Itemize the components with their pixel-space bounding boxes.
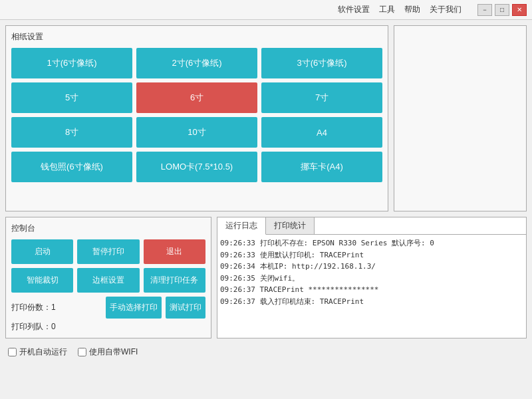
- log-line: 09:26:35 关闭wifi。: [220, 273, 523, 285]
- autostart-checkbox-label[interactable]: 开机自动运行: [8, 346, 67, 358]
- console-grid-row2: 智能裁切边框设置清理打印任务: [11, 268, 205, 293]
- maximize-button[interactable]: □: [495, 4, 509, 16]
- wifi-checkbox[interactable]: [78, 348, 86, 356]
- print-count-row: 打印份数：1 手动选择打印测试打印: [11, 297, 205, 319]
- paper-settings-title: 相纸设置: [11, 31, 382, 43]
- console-btn-row3-0[interactable]: 手动选择打印: [106, 297, 162, 319]
- log-line: 09:26:37 载入打印机结束: TRACEPrint: [220, 296, 523, 308]
- console-btn-row1-0[interactable]: 启动: [11, 239, 73, 264]
- paper-btn-1[interactable]: 2寸(6寸像纸): [136, 48, 257, 78]
- autostart-checkbox[interactable]: [8, 348, 17, 356]
- log-panel: 运行日志打印统计 09:26:33 打印机不存在: EPSON R330 Ser…: [217, 217, 527, 338]
- console-btn-row2-0[interactable]: 智能裁切: [11, 268, 73, 293]
- paper-btn-10[interactable]: LOMO卡(7.5*10.5): [136, 152, 257, 182]
- footer: 开机自动运行 使用自带WIFI: [0, 344, 532, 360]
- paper-grid: 1寸(6寸像纸)2寸(6寸像纸)3寸(6寸像纸)5寸6寸7寸8寸10寸A4钱包照…: [11, 48, 382, 182]
- paper-btn-2[interactable]: 3寸(6寸像纸): [261, 48, 382, 78]
- minimize-button[interactable]: －: [477, 4, 492, 16]
- log-tab-0[interactable]: 运行日志: [217, 217, 266, 235]
- console-btn-row1-2[interactable]: 退出: [144, 239, 205, 264]
- log-line: 09:26:33 使用默认打印机: TRACEPrint: [220, 249, 523, 261]
- paper-btn-7[interactable]: 10寸: [136, 117, 257, 148]
- paper-btn-11[interactable]: 挪车卡(A4): [261, 152, 382, 182]
- bottom-row: 控制台 启动暂停打印退出 智能裁切边框设置清理打印任务 打印份数：1 手动选择打…: [5, 217, 527, 338]
- log-line: 09:26:33 打印机不存在: EPSON R330 Series 默认序号:…: [220, 237, 523, 249]
- console-panel: 控制台 启动暂停打印退出 智能裁切边框设置清理打印任务 打印份数：1 手动选择打…: [5, 217, 211, 338]
- paper-btn-8[interactable]: A4: [261, 117, 382, 148]
- top-row: 相纸设置 1寸(6寸像纸)2寸(6寸像纸)3寸(6寸像纸)5寸6寸7寸8寸10寸…: [5, 25, 527, 211]
- right-preview-panel: [394, 25, 527, 211]
- log-line: 09:26:34 本机IP: http://192.168.1.3/: [220, 261, 523, 273]
- console-btn-row2-1[interactable]: 边框设置: [77, 268, 139, 293]
- print-queue-label: 打印列队：0: [11, 321, 205, 332]
- console-btn-row2-2[interactable]: 清理打印任务: [144, 268, 205, 293]
- menu-help[interactable]: 帮助: [404, 4, 420, 15]
- console-grid-row1: 启动暂停打印退出: [11, 239, 205, 264]
- paper-btn-3[interactable]: 5寸: [11, 82, 132, 113]
- close-button[interactable]: ✕: [512, 4, 527, 16]
- main-content: 相纸设置 1寸(6寸像纸)2寸(6寸像纸)3寸(6寸像纸)5寸6寸7寸8寸10寸…: [0, 20, 532, 344]
- log-tabs: 运行日志打印统计: [217, 217, 526, 235]
- paper-settings-panel: 相纸设置 1寸(6寸像纸)2寸(6寸像纸)3寸(6寸像纸)5寸6寸7寸8寸10寸…: [5, 25, 388, 211]
- wifi-label: 使用自带WIFI: [89, 346, 138, 358]
- wifi-checkbox-label[interactable]: 使用自带WIFI: [78, 346, 138, 358]
- menu-bar: 软件设置 工具 帮助 关于我们: [5, 4, 462, 15]
- menu-about[interactable]: 关于我们: [430, 4, 462, 15]
- log-tab-1[interactable]: 打印统计: [266, 217, 315, 234]
- console-btn-row1-1[interactable]: 暂停打印: [77, 239, 139, 264]
- paper-btn-5[interactable]: 7寸: [261, 82, 382, 113]
- console-btn-row3-1[interactable]: 测试打印: [166, 297, 205, 319]
- log-line: 09:26:37 TRACEPrint ****************: [220, 284, 523, 296]
- title-bar: 软件设置 工具 帮助 关于我们 － □ ✕: [0, 0, 532, 20]
- paper-btn-4[interactable]: 6寸: [136, 82, 257, 113]
- window-controls: － □ ✕: [477, 4, 527, 16]
- menu-software-settings[interactable]: 软件设置: [338, 4, 370, 15]
- paper-btn-0[interactable]: 1寸(6寸像纸): [11, 48, 132, 78]
- autostart-label: 开机自动运行: [19, 346, 67, 358]
- log-content[interactable]: 09:26:33 打印机不存在: EPSON R330 Series 默认序号:…: [217, 235, 526, 338]
- console-title: 控制台: [11, 223, 205, 234]
- paper-btn-9[interactable]: 钱包照(6寸像纸): [11, 152, 132, 182]
- menu-tools[interactable]: 工具: [379, 4, 395, 15]
- paper-btn-6[interactable]: 8寸: [11, 117, 132, 148]
- print-count-label: 打印份数：1: [11, 302, 56, 313]
